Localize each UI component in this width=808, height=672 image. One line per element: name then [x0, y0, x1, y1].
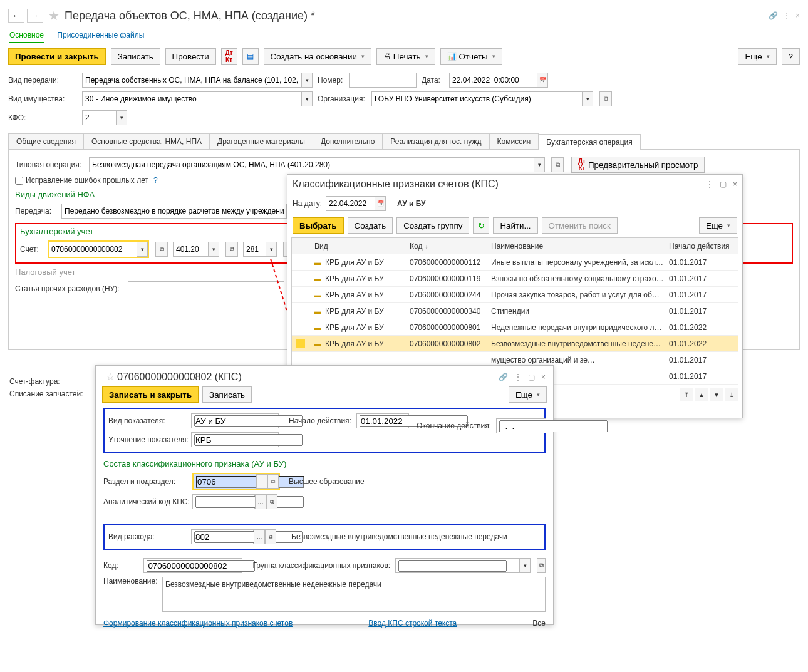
item-close-icon[interactable]: × [541, 373, 546, 381]
kps-create-button[interactable]: Создать [348, 217, 393, 234]
table-row[interactable]: ▬ КРБ для АУ и БУ07060000000000340Стипен… [292, 303, 738, 319]
nav-files[interactable]: Присоединенные файлы [57, 28, 144, 42]
acc1-field[interactable] [49, 242, 137, 257]
more-button[interactable]: Еще [738, 48, 776, 65]
analytic-field[interactable] [192, 494, 255, 509]
kps-more-icon[interactable]: ⋮ [706, 180, 713, 189]
kps-scroll-bottom-icon[interactable]: ⤓ [725, 388, 738, 401]
transfer-type-dropdown[interactable]: ▾ [301, 73, 313, 88]
table-row[interactable]: ▬ КРБ для АУ и БУ07060000000000802Безвоз… [292, 336, 738, 352]
indicator-type-field[interactable] [191, 413, 279, 428]
acc2-field[interactable] [173, 242, 208, 257]
tab-additional[interactable]: Дополнительно [313, 133, 383, 149]
acc2-dropdown[interactable]: ▾ [208, 242, 219, 257]
expense-open-icon[interactable]: ⧉ [265, 529, 276, 544]
kps-create-group-button[interactable]: Создать группу [396, 217, 469, 234]
kps-more-button[interactable]: Еще [699, 217, 737, 234]
item-link-icon[interactable]: 🔗 [499, 373, 508, 381]
org-field[interactable] [371, 91, 582, 106]
typop-field[interactable] [89, 157, 534, 172]
post-and-close-button[interactable]: Провести и закрыть [8, 48, 106, 65]
list-button[interactable]: ▤ [242, 48, 259, 65]
link-formation[interactable]: Формирование классификационных признаков… [103, 619, 293, 628]
clarify-field[interactable] [191, 432, 279, 447]
transfer-type-field[interactable] [82, 73, 301, 88]
tab-gov[interactable]: Реализация для гос. нужд [382, 133, 489, 149]
more-header-icon[interactable]: ⋮ [783, 11, 790, 20]
close-header-icon[interactable]: × [795, 11, 800, 20]
col-date-header[interactable]: Начало действия [669, 242, 732, 251]
group-open-button[interactable]: ⧉ [537, 558, 546, 573]
table-row[interactable]: ▬ КРБ для АУ и БУ07060000000000801Недене… [292, 319, 738, 336]
tab-general[interactable]: Общие сведения [8, 133, 84, 149]
other-exp-field[interactable] [128, 281, 284, 296]
transfer-field[interactable] [61, 204, 287, 219]
acc1-dropdown[interactable]: ▾ [137, 242, 148, 257]
acc3-dropdown[interactable]: ▾ [266, 242, 277, 257]
acc1-open-button[interactable]: ⧉ [155, 242, 168, 257]
analytic-open-icon[interactable]: ⧉ [266, 494, 277, 509]
all-link[interactable]: Все [532, 619, 546, 628]
item-more-button[interactable]: Еще [509, 386, 547, 403]
reports-button[interactable]: 📊 Отчеты [440, 48, 502, 65]
kfo-field[interactable] [82, 110, 116, 125]
kfo-dropdown[interactable]: ▾ [116, 110, 127, 125]
item-favorite-icon[interactable]: ☆ [106, 371, 115, 383]
fix-errors-checkbox[interactable] [15, 177, 23, 185]
kps-select-button[interactable]: Выбрать [293, 217, 344, 234]
print-button[interactable]: 🖨 Печать [376, 48, 435, 65]
end-field[interactable] [496, 418, 546, 433]
col-code-header[interactable]: Код↓ [410, 242, 491, 251]
table-row[interactable]: ▬ КРБ для АУ и БУ07060000000000112Иные в… [292, 254, 738, 271]
table-row[interactable]: ▬ КРБ для АУ и БУ07060000000000119Взносы… [292, 271, 738, 287]
kps-find-button[interactable]: Найти... [493, 217, 537, 234]
acc2-open-button[interactable]: ⧉ [225, 242, 238, 257]
link-kps-string[interactable]: Ввод КПС строкой текста [368, 619, 457, 628]
kps-scroll-up-icon[interactable]: ▲ [695, 388, 708, 401]
typop-dropdown[interactable]: ▾ [534, 157, 545, 172]
number-field[interactable] [349, 73, 417, 88]
favorite-icon[interactable]: ★ [48, 8, 60, 23]
item-more-icon[interactable]: ⋮ [514, 373, 522, 381]
table-row[interactable]: ▬ КРБ для АУ и БУ07060000000000244Прочая… [292, 287, 738, 303]
link-icon[interactable]: 🔗 [769, 11, 778, 20]
section-field[interactable] [194, 474, 256, 489]
date-field[interactable] [449, 73, 537, 88]
kps-cancel-find-button[interactable]: Отменить поиск [542, 217, 618, 234]
tab-accounting[interactable]: Бухгалтерская операция [538, 134, 640, 150]
col-type-header[interactable]: Вид [309, 242, 410, 251]
kps-scroll-top-icon[interactable]: ⤒ [680, 388, 693, 401]
kps-date-picker-icon[interactable]: 📅 [375, 196, 386, 211]
org-open-button[interactable]: ⧉ [599, 91, 612, 106]
tab-precious[interactable]: Драгоценные материалы [209, 133, 313, 149]
code-field[interactable] [143, 558, 242, 573]
col-name-header[interactable]: Наименование [491, 242, 669, 251]
preview-button[interactable]: ДтКт Предварительный просмотр [571, 157, 705, 173]
help-icon[interactable]: ? [153, 176, 158, 185]
kps-date-field[interactable] [326, 196, 375, 211]
item-maximize-icon[interactable]: ▢ [528, 373, 535, 381]
help-button[interactable]: ? [782, 48, 800, 65]
typop-open-button[interactable]: ⧉ [551, 157, 564, 172]
kps-refresh-button[interactable]: ↻ [473, 217, 489, 234]
kps-scroll-down-icon[interactable]: ▼ [710, 388, 723, 401]
name-field[interactable]: Безвозмездные внутриведомственные недене… [162, 577, 546, 612]
nav-main[interactable]: Основное [9, 28, 44, 43]
section-open-icon[interactable]: ⧉ [267, 474, 279, 489]
tab-commission[interactable]: Комиссия [489, 133, 539, 149]
save-button[interactable]: Записать [111, 48, 160, 65]
item-save-close-button[interactable]: Записать и закрыть [102, 386, 199, 403]
org-dropdown[interactable]: ▾ [582, 91, 593, 106]
dtkt-button[interactable]: ДтКт [221, 48, 237, 65]
group-dropdown[interactable]: ▾ [519, 558, 531, 573]
property-type-dropdown[interactable]: ▾ [301, 91, 313, 106]
section-ellipsis[interactable]: … [256, 474, 267, 489]
post-button[interactable]: Провести [165, 48, 216, 65]
create-based-button[interactable]: Создать на основании [264, 48, 371, 65]
back-button[interactable]: ← [8, 9, 24, 23]
item-save-button[interactable]: Записать [202, 386, 252, 403]
acc3-field[interactable] [243, 242, 266, 257]
forward-button[interactable]: → [27, 9, 43, 23]
kps-maximize-icon[interactable]: ▢ [720, 180, 727, 189]
start-field[interactable] [356, 413, 409, 428]
